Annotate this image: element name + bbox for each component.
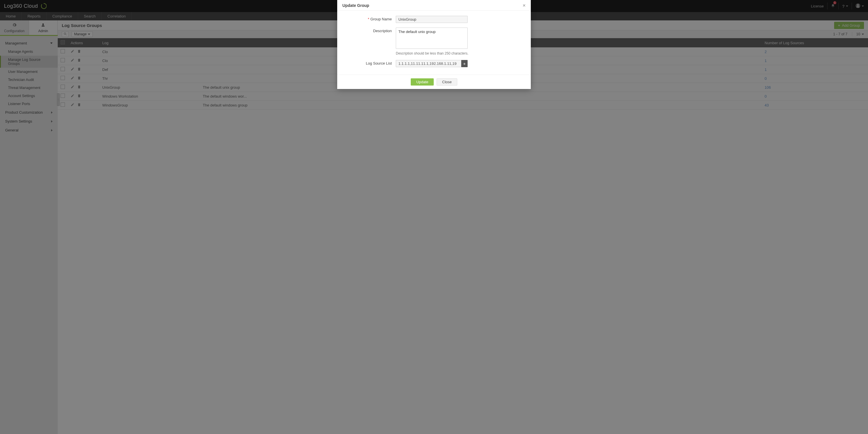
modal-footer: Update Close	[337, 75, 531, 89]
group-name-label: *Group Name	[346, 16, 396, 21]
modal-overlay: Update Group × *Group Name Description D…	[0, 0, 868, 434]
required-asterisk: *	[368, 17, 369, 21]
log-source-list-label: Log Source List	[346, 60, 396, 65]
group-name-input[interactable]	[396, 16, 468, 23]
modal-title: Update Group	[342, 3, 369, 8]
log-source-list-input[interactable]	[396, 60, 461, 67]
close-button[interactable]: Close	[437, 78, 457, 86]
log-source-add-button[interactable]: +	[461, 60, 468, 67]
update-group-modal: Update Group × *Group Name Description D…	[337, 0, 531, 89]
modal-header: Update Group ×	[337, 0, 531, 11]
form-row-group-name: *Group Name	[346, 16, 522, 23]
modal-close-button[interactable]: ×	[523, 3, 526, 8]
form-row-log-source-list: Log Source List +	[346, 60, 522, 67]
close-icon: ×	[523, 3, 526, 8]
description-label: Description	[346, 28, 396, 33]
update-button[interactable]: Update	[411, 78, 434, 86]
modal-body: *Group Name Description Description shou…	[337, 11, 531, 75]
description-input[interactable]	[396, 28, 468, 49]
plus-icon: +	[463, 61, 466, 66]
form-row-description: Description Description should be less t…	[346, 28, 522, 56]
description-help-text: Description should be less than 250 char…	[396, 52, 522, 56]
